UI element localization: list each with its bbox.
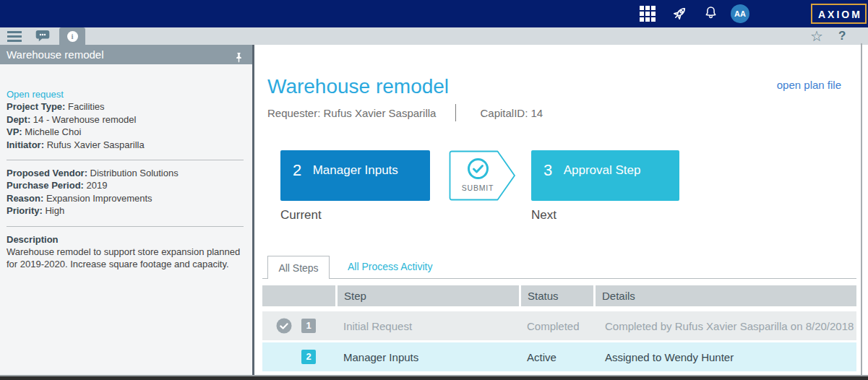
step-number-badge: 2 xyxy=(301,350,316,364)
field-dept: Dept: 14 - Warehouse remodel xyxy=(7,113,244,126)
app-grid-icon[interactable] xyxy=(640,6,656,25)
sidebar-header: Warehouse remodel xyxy=(0,45,252,64)
tab-all-steps[interactable]: All Steps xyxy=(267,256,330,279)
description-text: Warehouse remodel to support store expan… xyxy=(7,246,244,271)
current-step-number: 2 xyxy=(293,161,301,179)
table-row-initial-request[interactable]: 1 Initial Request Completed Completed by… xyxy=(262,311,856,340)
capital-id-text: CapitalID: 14 xyxy=(480,107,543,119)
info-tab[interactable]: i xyxy=(59,27,85,45)
next-step-box[interactable]: 3 Approval Step xyxy=(531,150,679,201)
field-priority: Priority: High xyxy=(7,204,244,217)
row-status-cell: Completed xyxy=(521,320,596,332)
table-header-row: Step Status Details xyxy=(262,285,856,306)
row-step-cell: Initial Request xyxy=(338,320,521,332)
table-header-blank xyxy=(262,285,335,306)
completed-check-icon xyxy=(276,318,292,336)
sidebar-body: Open request Project Type: Facilities De… xyxy=(0,64,252,375)
page-title: Warehouse remodel xyxy=(267,75,449,98)
next-step-label: Approval Step xyxy=(564,163,641,177)
next-caption: Next xyxy=(531,208,557,223)
sidebar-panel: Warehouse remodel Open request Project T… xyxy=(0,45,252,375)
requester-text: Requester: Rufus Xavier Sasparilla xyxy=(267,107,436,119)
user-avatar[interactable]: AA xyxy=(731,4,749,23)
table-row-manager-inputs[interactable]: 2 Manager Inputs Active Assigned to Wend… xyxy=(262,342,856,371)
open-plan-file-link[interactable]: open plan file xyxy=(777,79,841,91)
chat-icon[interactable] xyxy=(35,30,51,46)
meta-separator xyxy=(455,104,456,121)
row-step-cell: Manager Inputs xyxy=(338,351,521,363)
rocket-icon[interactable] xyxy=(670,4,689,26)
field-vp: VP: Michelle Choi xyxy=(7,126,244,138)
description-heading: Description xyxy=(7,233,244,246)
window-bottom-bar xyxy=(0,375,868,380)
axiom-logo: AXIOM xyxy=(811,4,867,24)
current-caption: Current xyxy=(280,208,322,223)
field-purchase-period: Purchase Period: 2019 xyxy=(7,179,244,191)
sidebar-divider xyxy=(7,226,244,227)
notifications-bell-icon[interactable] xyxy=(702,5,719,25)
row-details-cell: Assigned to Wendy Hunter xyxy=(596,351,856,363)
step-number-badge: 1 xyxy=(301,319,316,333)
row-status-cell: Active xyxy=(521,351,596,363)
table-header-details: Details xyxy=(596,285,856,306)
toolbar: i ☆ ? xyxy=(0,27,868,45)
sidebar-divider xyxy=(7,160,244,160)
info-icon: i xyxy=(67,31,78,42)
help-icon[interactable]: ? xyxy=(838,27,846,45)
field-project-type: Project Type: Facilities xyxy=(7,100,244,113)
favorite-star-icon[interactable]: ☆ xyxy=(810,27,823,45)
row-details-cell: Completed by Rufus Xavier Sasparilla on … xyxy=(596,320,856,332)
tab-all-process-activity[interactable]: All Process Activity xyxy=(342,256,438,278)
table-header-step: Step xyxy=(338,285,519,306)
field-reason: Reason: Expansion Improvements xyxy=(7,192,244,204)
top-navbar: AA AXIOM xyxy=(0,0,868,27)
row-step-indicator: 1 xyxy=(262,311,338,340)
sidebar-title: Warehouse remodel xyxy=(7,48,104,61)
submit-button[interactable] xyxy=(449,150,516,204)
current-step-box[interactable]: 2 Manager Inputs xyxy=(280,150,430,201)
field-initiator: Initiator: Rufus Xavier Sasparilla xyxy=(7,139,244,151)
row-step-indicator: 2 xyxy=(262,342,338,371)
menu-hamburger-icon[interactable] xyxy=(7,31,22,44)
current-step-label: Manager Inputs xyxy=(313,163,398,177)
window-right-border xyxy=(861,43,862,375)
request-meta-row: Requester: Rufus Xavier Sasparilla Capit… xyxy=(267,104,543,121)
open-request-link[interactable]: Open request xyxy=(7,88,244,100)
table-header-status: Status xyxy=(521,285,593,306)
next-step-number: 3 xyxy=(543,161,552,179)
tab-rule xyxy=(262,278,856,279)
field-proposed-vendor: Proposed Vendor: Distribution Solutions xyxy=(7,167,244,179)
main-panel: Warehouse remodel Requester: Rufus Xavie… xyxy=(254,45,861,375)
